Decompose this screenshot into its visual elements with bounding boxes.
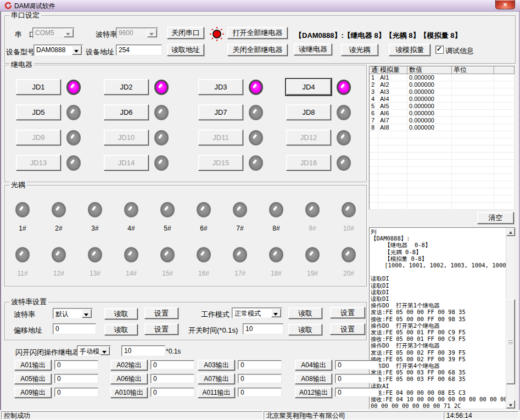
offset-address-input[interactable] (53, 323, 96, 334)
relay-button-jd6[interactable]: JD6 (104, 104, 149, 120)
column-header[interactable]: 通 (370, 66, 378, 74)
column-header[interactable]: 单位 (452, 66, 494, 74)
flash-time-input[interactable] (121, 345, 165, 356)
relay-button-jd8[interactable]: JD8 (286, 104, 331, 120)
table-row[interactable] (370, 188, 515, 195)
switch-time-read-button[interactable]: 读取 (288, 324, 322, 335)
output-input-a011输出[interactable] (238, 388, 282, 397)
switch-time-input[interactable] (243, 323, 283, 334)
table-row[interactable]: 5AI50.000000 (370, 103, 515, 110)
output-input-a09输出[interactable] (54, 388, 98, 397)
relay-button-jd10[interactable]: JD10 (104, 130, 149, 145)
work-mode-read-button[interactable]: 读取 (288, 307, 322, 319)
relay-button-jd15[interactable]: JD15 (198, 155, 243, 171)
baud-combobox[interactable]: 9600 (116, 27, 158, 38)
output-input-a02输出[interactable] (150, 360, 194, 369)
output-button-a05输出[interactable]: A05输出 (14, 373, 52, 384)
output-button-a02输出[interactable]: A02输出 (110, 360, 148, 371)
debug-info-checkbox[interactable] (435, 46, 444, 54)
opto-item-label: 3# (91, 225, 98, 232)
relay-button-jd5[interactable]: JD5 (16, 104, 61, 120)
output-input-a012输出[interactable] (335, 388, 379, 397)
table-row[interactable] (370, 131, 515, 138)
table-row[interactable] (370, 174, 515, 181)
scroll-down-icon[interactable] (506, 400, 515, 408)
output-button-a03输出[interactable]: A03输出 (198, 360, 235, 371)
output-button-a08输出[interactable]: A08输出 (295, 373, 332, 384)
model-combobox[interactable]: DAM0888 (33, 44, 83, 56)
output-input-a03输出[interactable] (238, 360, 282, 369)
offset-read-button[interactable]: 读取 (104, 324, 138, 335)
read-relay-button[interactable]: 读继电器 (294, 43, 332, 55)
output-button-a012输出[interactable]: A012输出 (295, 387, 332, 398)
device-address-input[interactable] (116, 44, 162, 55)
read-opto-button[interactable]: 读光耦 (341, 44, 378, 56)
work-mode-combobox[interactable]: 正常模式 (232, 307, 282, 318)
table-row[interactable]: 3AI30.000000 (370, 88, 515, 96)
switch-time-set-button[interactable]: 设置 (330, 323, 365, 335)
table-row[interactable] (370, 145, 515, 153)
table-row[interactable] (370, 195, 515, 203)
scroll-up-icon[interactable] (506, 228, 515, 236)
close-all-relays-button[interactable]: 关闭全部继电器 (227, 44, 288, 56)
column-header[interactable]: 数值 (407, 66, 452, 74)
close-button[interactable]: ✕ (495, 0, 515, 9)
table-row[interactable] (370, 167, 515, 174)
relay-button-jd16[interactable]: JD16 (286, 155, 331, 171)
output-input-a010输出[interactable] (150, 388, 194, 397)
log-output[interactable]: 列 【DAM0888】: 【继电器 0-8】 【光耦 0-8】 【模拟量 0-8… (369, 227, 516, 409)
titlebar[interactable]: DAM调试软件 ✕ (0, 0, 520, 12)
column-header[interactable] (494, 66, 515, 74)
work-mode-set-button[interactable]: 设置 (330, 307, 365, 318)
output-button-a010输出[interactable]: A010输出 (110, 387, 148, 398)
column-header[interactable]: 模拟量 (378, 66, 407, 74)
relay-button-jd11[interactable]: JD11 (198, 130, 243, 145)
output-input-a04输出[interactable] (335, 360, 379, 369)
table-row[interactable] (370, 203, 515, 210)
opto-item-15: 15# (155, 247, 180, 277)
relay-button-jd14[interactable]: JD14 (104, 155, 149, 171)
output-button-a01输出[interactable]: A01输出 (14, 360, 52, 371)
log-scrollbar[interactable] (506, 228, 515, 408)
output-button-a04输出[interactable]: A04输出 (295, 360, 332, 371)
open-all-relays-button[interactable]: 打开全部继电器 (227, 27, 288, 39)
baudrate-set-button[interactable]: 设置 (144, 307, 178, 319)
baudrate-combobox[interactable]: 默认 (53, 308, 93, 319)
relay-button-jd13[interactable]: JD13 (16, 155, 61, 171)
table-row[interactable]: 2AI20.000000 (370, 81, 515, 88)
output-button-a06输出[interactable]: A06输出 (110, 373, 148, 384)
offset-set-button[interactable]: 设置 (144, 323, 178, 335)
table-row[interactable]: 6AI60.000000 (370, 110, 515, 117)
table-row[interactable] (370, 160, 515, 167)
output-button-a011输出[interactable]: A011输出 (198, 387, 235, 398)
relay-button-jd2[interactable]: JD2 (104, 79, 149, 95)
baudrate-read-button[interactable]: 读取 (104, 308, 138, 320)
output-input-a07输出[interactable] (238, 374, 282, 383)
table-row[interactable] (370, 153, 515, 160)
read-address-button[interactable]: 读取地址 (167, 44, 204, 56)
output-button-a07输出[interactable]: A07输出 (198, 373, 235, 384)
relay-button-jd12[interactable]: JD12 (286, 130, 331, 145)
relay-button-jd1[interactable]: JD1 (16, 79, 61, 95)
table-row[interactable]: 8AI80.000000 (370, 124, 515, 131)
relay-button-jd7[interactable]: JD7 (198, 104, 243, 120)
output-button-a09输出[interactable]: A09输出 (14, 387, 52, 398)
output-input-a05输出[interactable] (54, 374, 98, 383)
output-input-a01输出[interactable] (54, 360, 98, 369)
output-input-a08输出[interactable] (335, 374, 379, 383)
table-row[interactable] (370, 181, 515, 188)
port-combobox[interactable]: COM5 (32, 27, 75, 38)
table-row[interactable]: 7AI70.000000 (370, 117, 515, 124)
relay-button-jd3[interactable]: JD3 (198, 79, 243, 95)
scrollbar-thumb[interactable] (506, 299, 515, 384)
close-port-button[interactable]: 关闭串口 (167, 27, 204, 39)
relay-button-jd9[interactable]: JD9 (16, 130, 61, 145)
table-row[interactable]: 1AI10.000000 (370, 74, 515, 81)
table-row[interactable]: 4AI40.000000 (370, 96, 515, 103)
clear-log-button[interactable]: 清空 (477, 212, 514, 224)
flash-mode-combobox[interactable]: 手动模式 (77, 345, 111, 356)
read-analog-button[interactable]: 读模拟量 (389, 44, 430, 56)
table-row[interactable] (370, 138, 515, 145)
output-input-a06输出[interactable] (150, 374, 194, 383)
relay-button-jd4[interactable]: JD4 (286, 79, 331, 95)
